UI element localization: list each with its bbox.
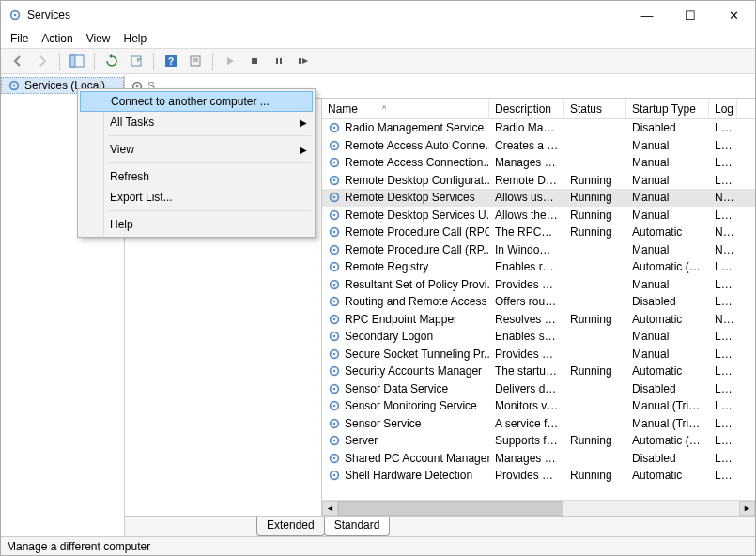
gear-icon [328,260,341,273]
toolbar: ? [1,48,755,74]
service-row[interactable]: Security Accounts ManagerThe startup ...… [322,363,755,380]
service-startup: Manual [626,208,709,222]
svg-point-37 [333,283,336,286]
service-logon: Loc [709,278,737,291]
tab-extended[interactable]: Extended [256,517,325,536]
column-startup-type[interactable]: Startup Type [626,99,709,118]
service-row[interactable]: Shell Hardware DetectionProvides no...Ru… [322,467,755,485]
scroll-left-button[interactable]: ◄ [322,501,338,516]
start-service-button[interactable] [219,51,241,71]
service-desc: Manages di... [489,156,564,169]
window-controls: — ☐ ✕ [625,1,755,29]
context-menu-item[interactable]: All Tasks▶ [80,112,313,132]
service-row[interactable]: Remote Procedure Call (RPC)The RPCSS ...… [322,224,755,241]
column-status[interactable]: Status [564,99,626,118]
show-hide-tree-button[interactable] [66,51,88,71]
tab-standard[interactable]: Standard [324,517,391,536]
service-row[interactable]: ServerSupports fil...RunningAutomatic (T… [322,432,755,450]
restart-service-button[interactable] [292,51,315,71]
service-row[interactable]: Routing and Remote AccessOffers routi...… [322,293,755,311]
stop-service-button[interactable] [243,51,266,71]
service-row[interactable]: Secondary LogonEnables star...ManualLoc [322,328,755,346]
service-name: Remote Procedure Call (RPC) [345,225,489,239]
svg-point-35 [333,266,336,269]
service-name: Sensor Data Service [345,382,448,395]
service-logon: Loc [709,208,737,222]
menu-view[interactable]: View [86,32,111,45]
service-desc: Allows the r... [489,208,564,222]
service-logon: Net [709,225,737,239]
refresh-button[interactable] [100,51,123,71]
svg-point-19 [333,127,336,130]
menu-help[interactable]: Help [124,32,147,45]
close-button[interactable]: ✕ [712,1,755,29]
service-logon: Loc [709,434,737,447]
back-button[interactable] [7,51,29,71]
service-desc: Creates a co... [489,139,564,152]
service-logon: Loc [709,382,737,395]
forward-button[interactable] [31,51,54,71]
service-row[interactable]: Remote Desktop Services U...Allows the r… [322,207,755,224]
scrollbar-thumb[interactable] [338,501,563,516]
service-row[interactable]: RPC Endpoint MapperResolves RP...Running… [322,311,755,329]
context-menu-label: Refresh [110,170,149,183]
column-logon-as[interactable]: Log [709,99,737,118]
service-startup: Manual (Trig... [626,399,709,412]
context-menu-item[interactable]: View▶ [80,139,313,160]
service-row[interactable]: Remote RegistryEnables rem...Automatic (… [322,258,755,276]
sort-indicator-icon: ^ [382,104,386,114]
service-row[interactable]: Resultant Set of Policy Provi...Provides… [322,276,755,294]
service-row[interactable]: Remote Desktop ServicesAllows user...Run… [322,189,755,207]
context-menu-item[interactable]: Refresh [80,166,313,187]
gear-icon [328,313,341,326]
service-row[interactable]: Sensor ServiceA service fo...Manual (Tri… [322,415,755,433]
help-button[interactable]: ? [160,51,182,71]
service-logon: Loc [709,174,737,187]
export-list-button[interactable] [125,51,147,71]
horizontal-scrollbar[interactable]: ◄ ► [322,500,755,516]
service-row[interactable]: Sensor Monitoring ServiceMonitors va...M… [322,397,755,415]
svg-rect-10 [252,58,257,64]
properties-button[interactable] [184,51,207,71]
service-desc: Allows user... [489,191,564,204]
svg-point-33 [333,248,336,251]
column-name[interactable]: Name^ [322,99,489,118]
svg-point-27 [333,196,336,199]
menu-action[interactable]: Action [41,32,72,45]
service-startup: Manual [626,330,709,343]
service-row[interactable]: Shared PC Account ManagerManages pr...Di… [322,450,755,468]
service-startup: Automatic (T... [626,434,709,447]
service-status: Running [564,191,626,204]
minimize-button[interactable]: — [625,1,669,29]
service-row[interactable]: Radio Management ServiceRadio Mana...Dis… [322,119,755,137]
service-row[interactable]: Remote Desktop Configurat...Remote Des..… [322,172,755,190]
maximize-button[interactable]: ☐ [669,1,712,29]
services-list: Name^ Description Status Startup Type Lo… [322,99,755,516]
service-startup: Automatic (T... [626,260,709,273]
toolbar-separator [212,53,213,70]
service-row[interactable]: Remote Access Auto Conne...Creates a co.… [322,137,755,155]
service-name: Radio Management Service [345,121,484,134]
pause-service-button[interactable] [268,51,290,71]
service-logon: Loc [709,260,737,273]
service-logon: Loc [709,156,737,169]
scrollbar-track[interactable] [563,501,739,516]
service-row[interactable]: Secure Socket Tunneling Pr...Provides su… [322,346,755,363]
service-row[interactable]: Sensor Data ServiceDelivers dat...Disabl… [322,380,755,398]
service-row[interactable]: Remote Access Connection...Manages di...… [322,154,755,172]
context-menu-item[interactable]: Help [80,214,313,235]
context-menu: Connect to another computer ...All Tasks… [77,88,316,238]
context-menu-label: Connect to another computer ... [111,95,270,108]
gear-icon [328,208,341,222]
context-menu-item[interactable]: Connect to another computer ... [80,91,313,112]
menu-file[interactable]: File [10,32,28,45]
service-startup: Manual [626,278,709,291]
gear-icon [328,452,341,465]
scroll-right-button[interactable]: ► [739,501,755,516]
service-name: Secondary Logon [345,330,433,343]
column-description[interactable]: Description [489,99,564,118]
list-body[interactable]: Radio Management ServiceRadio Mana...Dis… [322,119,755,500]
service-row[interactable]: Remote Procedure Call (RP...In Windows..… [322,241,755,259]
context-menu-item[interactable]: Export List... [80,187,313,208]
svg-point-59 [333,474,336,477]
